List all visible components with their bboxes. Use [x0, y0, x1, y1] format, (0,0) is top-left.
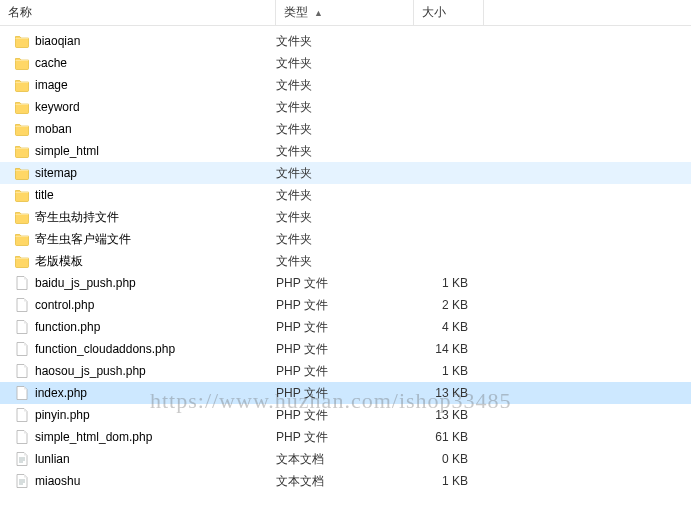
file-type-cell: 文件夹 — [276, 165, 414, 182]
file-name-cell: image — [14, 77, 276, 93]
file-type-cell: 文本文档 — [276, 451, 414, 468]
file-row[interactable]: moban文件夹 — [0, 118, 691, 140]
file-row[interactable]: title文件夹 — [0, 184, 691, 206]
file-name-cell: 寄生虫客户端文件 — [14, 231, 276, 248]
php-icon — [14, 429, 30, 445]
text-icon — [14, 451, 30, 467]
file-row[interactable]: cache文件夹 — [0, 52, 691, 74]
file-type-cell: 文件夹 — [276, 77, 414, 94]
file-row[interactable]: index.phpPHP 文件13 KB — [0, 382, 691, 404]
file-row[interactable]: biaoqian文件夹 — [0, 30, 691, 52]
file-name-cell: title — [14, 187, 276, 203]
file-name-cell: keyword — [14, 99, 276, 115]
file-size-cell: 4 KB — [414, 320, 474, 334]
sort-ascending-icon: ▲ — [314, 8, 323, 18]
file-row[interactable]: pinyin.phpPHP 文件13 KB — [0, 404, 691, 426]
file-name-label: keyword — [35, 100, 80, 114]
file-type-cell: PHP 文件 — [276, 429, 414, 446]
column-header-row: 名称 类型 ▲ 大小 — [0, 0, 691, 26]
file-name-label: biaoqian — [35, 34, 80, 48]
folder-icon — [14, 253, 30, 269]
file-name-label: haosou_js_push.php — [35, 364, 146, 378]
file-row[interactable]: sitemap文件夹 — [0, 162, 691, 184]
file-name-cell: miaoshu — [14, 473, 276, 489]
folder-icon — [14, 55, 30, 71]
column-header-name[interactable]: 名称 — [0, 0, 276, 25]
file-name-label: cache — [35, 56, 67, 70]
column-header-size-label: 大小 — [422, 4, 446, 21]
file-type-cell: PHP 文件 — [276, 407, 414, 424]
php-icon — [14, 363, 30, 379]
file-name-cell: haosou_js_push.php — [14, 363, 276, 379]
file-type-cell: 文件夹 — [276, 143, 414, 160]
file-name-cell: function.php — [14, 319, 276, 335]
folder-icon — [14, 231, 30, 247]
file-type-cell: PHP 文件 — [276, 297, 414, 314]
file-size-cell: 61 KB — [414, 430, 474, 444]
folder-icon — [14, 33, 30, 49]
file-row[interactable]: function.phpPHP 文件4 KB — [0, 316, 691, 338]
file-type-cell: PHP 文件 — [276, 385, 414, 402]
file-row[interactable]: baidu_js_push.phpPHP 文件1 KB — [0, 272, 691, 294]
file-name-label: 寄生虫劫持文件 — [35, 209, 119, 226]
file-name-cell: control.php — [14, 297, 276, 313]
php-icon — [14, 407, 30, 423]
file-name-label: sitemap — [35, 166, 77, 180]
file-row[interactable]: function_cloudaddons.phpPHP 文件14 KB — [0, 338, 691, 360]
file-type-cell: 文件夹 — [276, 33, 414, 50]
php-icon — [14, 275, 30, 291]
file-size-cell: 1 KB — [414, 276, 474, 290]
file-list: biaoqian文件夹cache文件夹image文件夹keyword文件夹mob… — [0, 26, 691, 492]
file-row[interactable]: 老版模板文件夹 — [0, 250, 691, 272]
file-name-label: index.php — [35, 386, 87, 400]
file-row[interactable]: simple_html_dom.phpPHP 文件61 KB — [0, 426, 691, 448]
file-name-cell: baidu_js_push.php — [14, 275, 276, 291]
file-row[interactable]: 寄生虫客户端文件文件夹 — [0, 228, 691, 250]
file-type-cell: 文件夹 — [276, 121, 414, 138]
folder-icon — [14, 187, 30, 203]
folder-icon — [14, 143, 30, 159]
folder-icon — [14, 165, 30, 181]
column-header-type[interactable]: 类型 ▲ — [276, 0, 414, 25]
file-name-cell: moban — [14, 121, 276, 137]
file-row[interactable]: simple_html文件夹 — [0, 140, 691, 162]
file-name-cell: simple_html — [14, 143, 276, 159]
file-name-cell: index.php — [14, 385, 276, 401]
file-name-label: function_cloudaddons.php — [35, 342, 175, 356]
file-type-cell: 文件夹 — [276, 99, 414, 116]
file-row[interactable]: keyword文件夹 — [0, 96, 691, 118]
folder-icon — [14, 121, 30, 137]
file-type-cell: PHP 文件 — [276, 363, 414, 380]
column-header-size[interactable]: 大小 — [414, 0, 484, 25]
file-row[interactable]: 寄生虫劫持文件文件夹 — [0, 206, 691, 228]
php-icon — [14, 341, 30, 357]
file-type-cell: PHP 文件 — [276, 319, 414, 336]
file-name-label: simple_html — [35, 144, 99, 158]
column-header-type-label: 类型 — [284, 4, 308, 21]
file-name-label: title — [35, 188, 54, 202]
file-name-cell: cache — [14, 55, 276, 71]
text-icon — [14, 473, 30, 489]
file-name-label: control.php — [35, 298, 94, 312]
file-name-label: lunlian — [35, 452, 70, 466]
file-size-cell: 0 KB — [414, 452, 474, 466]
file-name-label: moban — [35, 122, 72, 136]
folder-icon — [14, 209, 30, 225]
file-type-cell: PHP 文件 — [276, 341, 414, 358]
php-icon — [14, 319, 30, 335]
file-size-cell: 13 KB — [414, 386, 474, 400]
file-type-cell: 文本文档 — [276, 473, 414, 490]
file-size-cell: 13 KB — [414, 408, 474, 422]
file-type-cell: 文件夹 — [276, 253, 414, 270]
file-name-cell: lunlian — [14, 451, 276, 467]
file-name-cell: pinyin.php — [14, 407, 276, 423]
file-row[interactable]: image文件夹 — [0, 74, 691, 96]
file-name-label: miaoshu — [35, 474, 80, 488]
file-name-label: baidu_js_push.php — [35, 276, 136, 290]
file-size-cell: 14 KB — [414, 342, 474, 356]
file-row[interactable]: lunlian文本文档0 KB — [0, 448, 691, 470]
file-name-label: 老版模板 — [35, 253, 83, 270]
file-row[interactable]: miaoshu文本文档1 KB — [0, 470, 691, 492]
file-row[interactable]: control.phpPHP 文件2 KB — [0, 294, 691, 316]
file-row[interactable]: haosou_js_push.phpPHP 文件1 KB — [0, 360, 691, 382]
